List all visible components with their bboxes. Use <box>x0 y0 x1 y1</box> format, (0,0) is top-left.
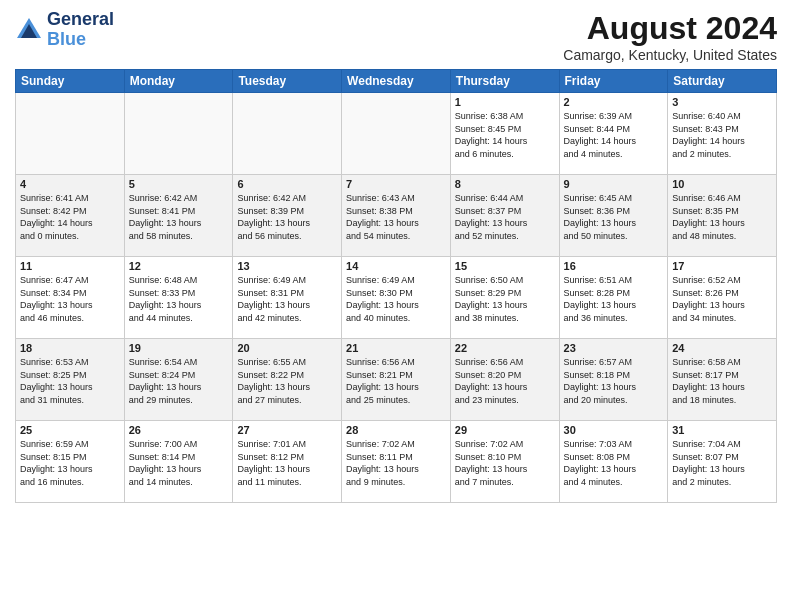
day-number: 1 <box>455 96 555 108</box>
calendar-cell <box>342 93 451 175</box>
day-info: Sunrise: 6:50 AM Sunset: 8:29 PM Dayligh… <box>455 274 555 324</box>
calendar-header-saturday: Saturday <box>668 70 777 93</box>
page: General Blue August 2024 Camargo, Kentuc… <box>0 0 792 612</box>
day-number: 7 <box>346 178 446 190</box>
calendar-header-sunday: Sunday <box>16 70 125 93</box>
day-number: 27 <box>237 424 337 436</box>
calendar-cell: 30Sunrise: 7:03 AM Sunset: 8:08 PM Dayli… <box>559 421 668 503</box>
calendar-cell: 17Sunrise: 6:52 AM Sunset: 8:26 PM Dayli… <box>668 257 777 339</box>
calendar-week-3: 11Sunrise: 6:47 AM Sunset: 8:34 PM Dayli… <box>16 257 777 339</box>
calendar-cell: 9Sunrise: 6:45 AM Sunset: 8:36 PM Daylig… <box>559 175 668 257</box>
calendar-week-1: 1Sunrise: 6:38 AM Sunset: 8:45 PM Daylig… <box>16 93 777 175</box>
logo: General Blue <box>15 10 114 50</box>
calendar-cell: 12Sunrise: 6:48 AM Sunset: 8:33 PM Dayli… <box>124 257 233 339</box>
calendar-header-tuesday: Tuesday <box>233 70 342 93</box>
day-number: 4 <box>20 178 120 190</box>
calendar-cell: 8Sunrise: 6:44 AM Sunset: 8:37 PM Daylig… <box>450 175 559 257</box>
day-number: 23 <box>564 342 664 354</box>
day-number: 14 <box>346 260 446 272</box>
day-info: Sunrise: 6:38 AM Sunset: 8:45 PM Dayligh… <box>455 110 555 160</box>
day-number: 8 <box>455 178 555 190</box>
day-info: Sunrise: 6:42 AM Sunset: 8:41 PM Dayligh… <box>129 192 229 242</box>
day-info: Sunrise: 7:03 AM Sunset: 8:08 PM Dayligh… <box>564 438 664 488</box>
day-number: 22 <box>455 342 555 354</box>
logo-line1: General <box>47 10 114 30</box>
logo-icon <box>15 16 43 44</box>
calendar-cell: 31Sunrise: 7:04 AM Sunset: 8:07 PM Dayli… <box>668 421 777 503</box>
day-info: Sunrise: 6:40 AM Sunset: 8:43 PM Dayligh… <box>672 110 772 160</box>
day-number: 6 <box>237 178 337 190</box>
calendar-cell: 20Sunrise: 6:55 AM Sunset: 8:22 PM Dayli… <box>233 339 342 421</box>
logo-line2: Blue <box>47 30 114 50</box>
day-number: 16 <box>564 260 664 272</box>
calendar-cell: 22Sunrise: 6:56 AM Sunset: 8:20 PM Dayli… <box>450 339 559 421</box>
day-number: 2 <box>564 96 664 108</box>
day-number: 30 <box>564 424 664 436</box>
calendar-cell: 25Sunrise: 6:59 AM Sunset: 8:15 PM Dayli… <box>16 421 125 503</box>
day-number: 10 <box>672 178 772 190</box>
calendar-cell: 24Sunrise: 6:58 AM Sunset: 8:17 PM Dayli… <box>668 339 777 421</box>
day-info: Sunrise: 6:43 AM Sunset: 8:38 PM Dayligh… <box>346 192 446 242</box>
calendar-cell: 6Sunrise: 6:42 AM Sunset: 8:39 PM Daylig… <box>233 175 342 257</box>
day-number: 5 <box>129 178 229 190</box>
day-number: 15 <box>455 260 555 272</box>
calendar-cell: 13Sunrise: 6:49 AM Sunset: 8:31 PM Dayli… <box>233 257 342 339</box>
day-info: Sunrise: 6:53 AM Sunset: 8:25 PM Dayligh… <box>20 356 120 406</box>
day-info: Sunrise: 6:55 AM Sunset: 8:22 PM Dayligh… <box>237 356 337 406</box>
calendar-cell: 23Sunrise: 6:57 AM Sunset: 8:18 PM Dayli… <box>559 339 668 421</box>
day-info: Sunrise: 6:54 AM Sunset: 8:24 PM Dayligh… <box>129 356 229 406</box>
title-block: August 2024 Camargo, Kentucky, United St… <box>563 10 777 63</box>
day-info: Sunrise: 6:56 AM Sunset: 8:20 PM Dayligh… <box>455 356 555 406</box>
day-number: 3 <box>672 96 772 108</box>
main-title: August 2024 <box>563 10 777 47</box>
day-number: 29 <box>455 424 555 436</box>
day-info: Sunrise: 6:39 AM Sunset: 8:44 PM Dayligh… <box>564 110 664 160</box>
calendar-week-2: 4Sunrise: 6:41 AM Sunset: 8:42 PM Daylig… <box>16 175 777 257</box>
day-info: Sunrise: 6:48 AM Sunset: 8:33 PM Dayligh… <box>129 274 229 324</box>
day-info: Sunrise: 7:02 AM Sunset: 8:11 PM Dayligh… <box>346 438 446 488</box>
calendar-cell <box>233 93 342 175</box>
day-info: Sunrise: 6:41 AM Sunset: 8:42 PM Dayligh… <box>20 192 120 242</box>
day-number: 13 <box>237 260 337 272</box>
calendar-cell: 4Sunrise: 6:41 AM Sunset: 8:42 PM Daylig… <box>16 175 125 257</box>
calendar-header-monday: Monday <box>124 70 233 93</box>
calendar-cell: 2Sunrise: 6:39 AM Sunset: 8:44 PM Daylig… <box>559 93 668 175</box>
day-info: Sunrise: 6:42 AM Sunset: 8:39 PM Dayligh… <box>237 192 337 242</box>
calendar-cell: 26Sunrise: 7:00 AM Sunset: 8:14 PM Dayli… <box>124 421 233 503</box>
calendar-week-4: 18Sunrise: 6:53 AM Sunset: 8:25 PM Dayli… <box>16 339 777 421</box>
calendar-cell: 19Sunrise: 6:54 AM Sunset: 8:24 PM Dayli… <box>124 339 233 421</box>
day-info: Sunrise: 6:58 AM Sunset: 8:17 PM Dayligh… <box>672 356 772 406</box>
day-number: 12 <box>129 260 229 272</box>
day-info: Sunrise: 6:49 AM Sunset: 8:30 PM Dayligh… <box>346 274 446 324</box>
calendar-cell: 29Sunrise: 7:02 AM Sunset: 8:10 PM Dayli… <box>450 421 559 503</box>
day-info: Sunrise: 7:00 AM Sunset: 8:14 PM Dayligh… <box>129 438 229 488</box>
day-number: 31 <box>672 424 772 436</box>
calendar-cell: 1Sunrise: 6:38 AM Sunset: 8:45 PM Daylig… <box>450 93 559 175</box>
day-number: 26 <box>129 424 229 436</box>
calendar-header-friday: Friday <box>559 70 668 93</box>
day-info: Sunrise: 6:44 AM Sunset: 8:37 PM Dayligh… <box>455 192 555 242</box>
calendar-header-wednesday: Wednesday <box>342 70 451 93</box>
calendar-cell: 28Sunrise: 7:02 AM Sunset: 8:11 PM Dayli… <box>342 421 451 503</box>
calendar-table: SundayMondayTuesdayWednesdayThursdayFrid… <box>15 69 777 503</box>
day-number: 11 <box>20 260 120 272</box>
day-number: 28 <box>346 424 446 436</box>
day-number: 21 <box>346 342 446 354</box>
calendar-cell: 15Sunrise: 6:50 AM Sunset: 8:29 PM Dayli… <box>450 257 559 339</box>
day-info: Sunrise: 6:49 AM Sunset: 8:31 PM Dayligh… <box>237 274 337 324</box>
calendar-cell: 5Sunrise: 6:42 AM Sunset: 8:41 PM Daylig… <box>124 175 233 257</box>
calendar-header-thursday: Thursday <box>450 70 559 93</box>
calendar-cell: 21Sunrise: 6:56 AM Sunset: 8:21 PM Dayli… <box>342 339 451 421</box>
day-info: Sunrise: 7:02 AM Sunset: 8:10 PM Dayligh… <box>455 438 555 488</box>
calendar-cell: 11Sunrise: 6:47 AM Sunset: 8:34 PM Dayli… <box>16 257 125 339</box>
day-info: Sunrise: 6:46 AM Sunset: 8:35 PM Dayligh… <box>672 192 772 242</box>
logo-text: General Blue <box>47 10 114 50</box>
day-info: Sunrise: 7:01 AM Sunset: 8:12 PM Dayligh… <box>237 438 337 488</box>
day-info: Sunrise: 6:45 AM Sunset: 8:36 PM Dayligh… <box>564 192 664 242</box>
calendar-cell: 7Sunrise: 6:43 AM Sunset: 8:38 PM Daylig… <box>342 175 451 257</box>
day-info: Sunrise: 6:51 AM Sunset: 8:28 PM Dayligh… <box>564 274 664 324</box>
day-number: 9 <box>564 178 664 190</box>
calendar-cell: 18Sunrise: 6:53 AM Sunset: 8:25 PM Dayli… <box>16 339 125 421</box>
day-info: Sunrise: 6:57 AM Sunset: 8:18 PM Dayligh… <box>564 356 664 406</box>
day-number: 24 <box>672 342 772 354</box>
